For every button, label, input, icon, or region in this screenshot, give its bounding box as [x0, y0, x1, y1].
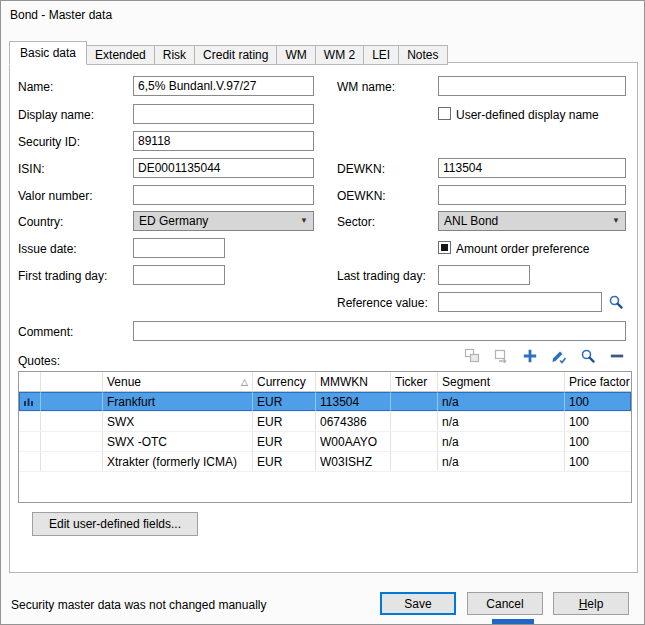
- quote-price-factor: 100: [565, 412, 631, 431]
- quote-segment: n/a: [438, 432, 565, 451]
- valor-number-input[interactable]: [133, 185, 314, 205]
- country-select[interactable]: ED Germany ▼: [133, 211, 314, 231]
- quote-currency: EUR: [253, 392, 316, 411]
- bond-master-data-dialog: Bond - Master data Basic data Extended R…: [0, 0, 645, 625]
- basic-data-panel: Name: WM name: Display name: User-define…: [9, 62, 638, 573]
- quotes-col-price-factor[interactable]: Price factor: [565, 372, 631, 392]
- isin-input[interactable]: [133, 158, 314, 178]
- tab-extended[interactable]: Extended: [86, 45, 155, 65]
- user-defined-display-name-label: User-defined display name: [456, 108, 599, 122]
- wm-name-label: WM name:: [337, 80, 395, 94]
- wm-name-input[interactable]: [438, 76, 626, 96]
- reference-value-input[interactable]: [438, 292, 602, 312]
- quote-mmwkn: W03ISHZ: [316, 452, 391, 471]
- oewkn-label: OEWKN:: [337, 189, 386, 203]
- quote-row-xtrakter[interactable]: Xtrakter (formerly ICMA) EUR W03ISHZ n/a…: [19, 452, 631, 472]
- issue-date-label: Issue date:: [18, 242, 77, 256]
- copy-quote-icon[interactable]: [464, 348, 480, 364]
- quote-mmwkn: 0674386: [316, 412, 391, 431]
- tab-basic-data[interactable]: Basic data: [9, 41, 87, 65]
- taskbar-fragment: [492, 619, 534, 625]
- quotes-col-currency[interactable]: Currency: [253, 372, 316, 392]
- window-title: Bond - Master data: [10, 8, 112, 22]
- last-trading-day-input[interactable]: [438, 265, 530, 285]
- sort-ascending-icon: △: [241, 377, 248, 387]
- chevron-down-icon: ▼: [612, 217, 620, 225]
- sector-value: ANL Bond: [444, 214, 498, 228]
- quote-row-swx[interactable]: SWX EUR 0674386 n/a 100: [19, 412, 631, 432]
- name-label: Name:: [18, 80, 53, 94]
- quotes-col-venue[interactable]: Venue △: [103, 372, 253, 392]
- quote-price-factor: 100: [565, 392, 631, 411]
- display-name-input[interactable]: [133, 104, 314, 124]
- amount-order-preference-checkbox[interactable]: [438, 241, 451, 254]
- tab-lei[interactable]: LEI: [363, 45, 399, 65]
- window-titlebar[interactable]: Bond - Master data: [1, 1, 644, 31]
- quote-ticker: [391, 412, 438, 431]
- dewkn-input[interactable]: [438, 158, 626, 178]
- quote-venue: Frankfurt: [103, 392, 253, 411]
- quote-ticker: [391, 392, 438, 411]
- last-trading-day-label: Last trading day:: [337, 269, 426, 283]
- country-label: Country:: [18, 215, 63, 229]
- tab-wm-2[interactable]: WM 2: [315, 45, 364, 65]
- tab-notes[interactable]: Notes: [398, 45, 447, 65]
- display-name-label: Display name:: [18, 108, 94, 122]
- quote-price-factor: 100: [565, 452, 631, 471]
- status-text: Security master data was not changed man…: [11, 598, 266, 612]
- tab-wm[interactable]: WM: [276, 45, 315, 65]
- quotes-col-mmwkn[interactable]: MMWKN: [316, 372, 391, 392]
- quotes-table[interactable]: Venue △ Currency MMWKN Ticker Segment Pr…: [18, 371, 632, 503]
- transfer-quote-icon[interactable]: [493, 348, 509, 364]
- sector-label: Sector:: [337, 215, 375, 229]
- security-id-input[interactable]: [133, 131, 314, 151]
- cancel-button[interactable]: Cancel: [467, 592, 543, 615]
- amount-order-preference-label: Amount order preference: [456, 242, 589, 256]
- comment-input[interactable]: [133, 321, 626, 341]
- valor-number-label: Valor number:: [18, 189, 92, 203]
- save-button[interactable]: Save: [380, 592, 456, 615]
- quote-segment: n/a: [438, 412, 565, 431]
- quote-mmwkn: 113504: [316, 392, 391, 411]
- quote-ticker: [391, 432, 438, 451]
- quotes-col-ticker[interactable]: Ticker: [391, 372, 438, 392]
- user-defined-display-name-checkbox[interactable]: [438, 107, 451, 120]
- add-quote-icon[interactable]: [522, 348, 538, 364]
- tab-strip: Basic data Extended Risk Credit rating W…: [9, 41, 448, 65]
- oewkn-input[interactable]: [438, 185, 626, 205]
- name-input[interactable]: [133, 76, 314, 96]
- help-button[interactable]: Help: [553, 592, 629, 615]
- quotes-toolbar: [464, 348, 625, 364]
- security-id-label: Security ID:: [18, 135, 80, 149]
- primary-venue-icon: [19, 392, 41, 411]
- tab-credit-rating[interactable]: Credit rating: [194, 45, 277, 65]
- quotes-label: Quotes:: [18, 354, 60, 368]
- quote-segment: n/a: [438, 392, 565, 411]
- quote-currency: EUR: [253, 412, 316, 431]
- quote-row-swx-otc[interactable]: SWX -OTC EUR W00AAYO n/a 100: [19, 432, 631, 452]
- comment-label: Comment:: [18, 325, 73, 339]
- quote-currency: EUR: [253, 452, 316, 471]
- issue-date-input[interactable]: [133, 238, 225, 258]
- reference-value-label: Reference value:: [337, 296, 428, 310]
- isin-label: ISIN:: [18, 162, 45, 176]
- quote-venue: Xtrakter (formerly ICMA): [103, 452, 253, 471]
- remove-quote-icon[interactable]: [609, 348, 625, 364]
- tab-risk[interactable]: Risk: [154, 45, 195, 65]
- first-trading-day-label: First trading day:: [18, 269, 107, 283]
- quote-ticker: [391, 452, 438, 471]
- quotes-col-segment[interactable]: Segment: [438, 372, 565, 392]
- quote-venue: SWX: [103, 412, 253, 431]
- quote-currency: EUR: [253, 432, 316, 451]
- quote-mmwkn: W00AAYO: [316, 432, 391, 451]
- quotes-table-header: Venue △ Currency MMWKN Ticker Segment Pr…: [19, 372, 631, 392]
- reference-value-search-icon[interactable]: [608, 294, 624, 310]
- quote-segment: n/a: [438, 452, 565, 471]
- quote-row-frankfurt[interactable]: Frankfurt EUR 113504 n/a 100: [19, 392, 631, 412]
- dewkn-label: DEWKN:: [337, 162, 385, 176]
- edit-user-defined-fields-button[interactable]: Edit user-defined fields...: [32, 512, 198, 536]
- first-trading-day-input[interactable]: [133, 265, 225, 285]
- edit-quote-icon[interactable]: [551, 348, 567, 364]
- sector-select[interactable]: ANL Bond ▼: [438, 211, 626, 231]
- search-quote-icon[interactable]: [580, 348, 596, 364]
